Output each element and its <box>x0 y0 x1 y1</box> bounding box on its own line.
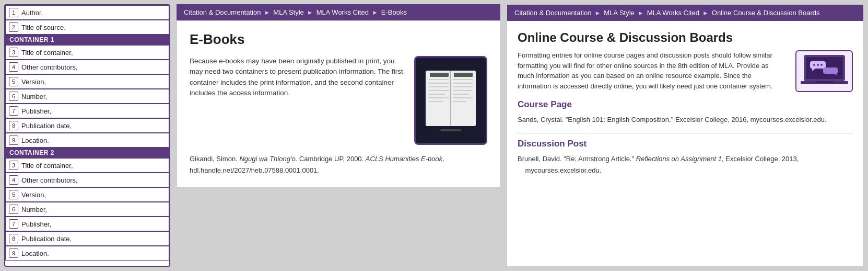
c1-row-5: 5 Version, <box>5 74 169 89</box>
container2-header: CONTAINER 2 <box>5 148 169 158</box>
right-panel: Citation & Documentation ► MLA Style ► M… <box>507 4 864 267</box>
bc-ebooks[interactable]: E-Books <box>381 8 407 16</box>
middle-panel: Citation & Documentation ► MLA Style ► M… <box>177 4 500 267</box>
right-title: Online Course & Discussion Boards <box>518 30 853 45</box>
course-page-heading: Course Page <box>518 99 853 110</box>
c1-row-3: 3 Title of container, <box>5 45 169 60</box>
rbc-sep3: ► <box>702 9 709 17</box>
right-intro-text: Formatting entries for online course pag… <box>518 50 785 91</box>
right-intro-section: Formatting entries for online course pag… <box>518 50 853 92</box>
c1-row-9: 9 Location. <box>5 133 169 148</box>
row-label-title-source: Title of source. <box>21 24 66 31</box>
mla-row-author: 1 Author. <box>5 5 169 20</box>
svg-rect-30 <box>815 81 834 83</box>
svg-rect-18 <box>454 73 473 77</box>
c2-row-8: 8 Publication date, <box>5 231 169 246</box>
section-divider <box>518 133 853 133</box>
rbc-works-cited[interactable]: MLA Works Cited <box>647 9 699 17</box>
ebooks-body: Because e-books may have been originally… <box>190 56 487 145</box>
bc-citation-doc[interactable]: Citation & Documentation <box>184 8 261 16</box>
bc-sep2: ► <box>307 9 313 16</box>
rbc-sep1: ► <box>594 9 601 17</box>
c2-row-7: 7 Publisher, <box>5 217 169 231</box>
left-mla-panel: 1 Author. 2 Title of source. CONTAINER 1… <box>4 4 170 267</box>
bc-mla-style[interactable]: MLA Style <box>273 8 304 16</box>
c2-row-4: 4 Other contributors, <box>5 173 169 187</box>
rbc-online-course[interactable]: Online Course & Discussion Boards <box>712 9 820 17</box>
ebooks-content: E-Books Because e-books may have been or… <box>177 20 500 187</box>
svg-rect-24 <box>823 67 838 74</box>
middle-breadcrumb: Citation & Documentation ► MLA Style ► M… <box>177 4 500 20</box>
mla-row-title-source: 2 Title of source. <box>5 20 169 35</box>
right-content: Online Course & Discussion Boards Format… <box>507 21 863 193</box>
c1-row-4: 4 Other contributors, <box>5 60 169 74</box>
ebooks-title: E-Books <box>190 31 487 48</box>
laptop-illustration <box>795 50 853 92</box>
bc-sep1: ► <box>264 9 270 16</box>
svg-rect-19 <box>440 129 461 131</box>
bc-mla-works-cited[interactable]: MLA Works Cited <box>316 8 369 16</box>
rbc-citation-doc[interactable]: Citation & Documentation <box>514 9 591 17</box>
c2-row-6: 6 Number, <box>5 202 169 217</box>
svg-rect-17 <box>430 73 449 77</box>
discussion-post-heading: Discussion Post <box>518 139 853 149</box>
course-page-citation: Sands, Crystal. "English 101: English Co… <box>518 114 853 126</box>
svg-point-28 <box>820 64 823 66</box>
rbc-sep2: ► <box>638 9 644 17</box>
ebooks-description: Because e-books may have been originally… <box>190 56 404 98</box>
row-num-1: 1 <box>9 8 18 17</box>
c2-row-5: 5 Version, <box>5 187 169 202</box>
svg-point-27 <box>817 64 819 66</box>
c1-row-8: 8 Publication date, <box>5 118 169 133</box>
ebooks-citation: Gikandi, Simon. Ngugi wa Thiong'o. Cambr… <box>190 153 487 176</box>
discussion-post-citation: Brunell, David. "Re: Armstrong Article."… <box>518 153 853 176</box>
c2-row-3: 3 Title of container, <box>5 158 169 173</box>
row-label-author: Author. <box>21 9 43 17</box>
rbc-mla-style[interactable]: MLA Style <box>604 9 635 17</box>
container1-header: CONTAINER 1 <box>5 35 169 45</box>
svg-point-26 <box>813 64 815 66</box>
right-breadcrumb: Citation & Documentation ► MLA Style ► M… <box>507 5 863 21</box>
ebook-image <box>414 56 487 145</box>
c1-row-7: 7 Publisher, <box>5 104 169 118</box>
c2-row-9: 9 Location. <box>5 246 169 261</box>
bc-sep3: ► <box>372 9 378 16</box>
c1-row-6: 6 Number, <box>5 89 169 104</box>
row-num-2: 2 <box>9 22 18 32</box>
